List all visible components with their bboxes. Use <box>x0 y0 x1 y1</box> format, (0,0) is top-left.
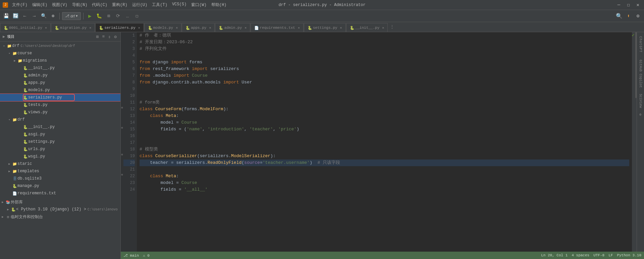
tab-close-migration[interactable]: ✕ <box>89 26 91 30</box>
branch-button[interactable]: ⎇ drf ▾ <box>62 12 81 20</box>
tree-file-drf-init[interactable]: 🐍 __init__.py <box>0 123 120 131</box>
back-icon[interactable]: ← <box>21 12 29 20</box>
settings-icon[interactable]: ⚙ <box>634 12 642 20</box>
sidebar-settings-icon[interactable]: ⚙ <box>113 34 118 40</box>
tab-close-requirements[interactable]: ✕ <box>298 26 300 30</box>
tab-apps[interactable]: 🐍 apps.py ✕ <box>182 23 215 32</box>
menu-code[interactable]: 代码(C) <box>90 1 109 8</box>
profile-button[interactable]: ⟳ <box>114 12 122 20</box>
ln-15: 15 <box>123 126 135 133</box>
tree-file-drf-asgi[interactable]: 🐍 asgi.py <box>0 131 120 138</box>
tree-file-course-models[interactable]: 🐍 models.py <box>0 86 120 94</box>
tree-folder-templates[interactable]: ▶ 📁 templates <box>0 168 120 175</box>
maximize-button[interactable]: ☐ <box>625 1 632 8</box>
menu-view[interactable]: 视图(V) <box>50 1 69 8</box>
menu-help[interactable]: 帮助(H) <box>209 1 229 8</box>
tab-close-init[interactable]: ✕ <box>382 26 384 30</box>
tree-root-drf[interactable]: ▾ 📁 drf C:\Users\lenovo\Desktop\drf <box>0 42 120 50</box>
tree-file-drf-wsgi[interactable]: 🐍 wsgi.py <box>0 153 120 160</box>
scrollbar[interactable]: ✓ <box>632 32 637 252</box>
tab-close-0001[interactable]: ✕ <box>45 26 47 30</box>
update-icon[interactable]: ⬆ <box>625 12 633 20</box>
find2-icon[interactable]: ⊕ <box>49 12 57 20</box>
menu-vcs[interactable]: VCS(S) <box>170 1 189 8</box>
more-run-button[interactable]: … <box>123 12 131 20</box>
tab-init[interactable]: 🐍 __init__.py ✕ <box>346 23 388 32</box>
tab-0001-initial[interactable]: 🐍 0001_initial.py ✕ <box>0 23 51 32</box>
tab-close-admin[interactable]: ✕ <box>245 26 247 30</box>
tab-migration[interactable]: 🐍 migration.py ✕ <box>51 23 95 32</box>
right-settings-icon[interactable]: ⚙ <box>639 111 641 118</box>
sidebar-collapse-icon[interactable]: ⇕ <box>107 34 112 40</box>
tab-close-serializers[interactable]: ✕ <box>138 26 140 30</box>
menu-navigate[interactable]: 导航(N) <box>70 1 90 8</box>
fold-btn-19[interactable]: ⊖ <box>121 153 123 159</box>
tree-folder-drf[interactable]: ▾ 📁 drf <box>0 116 120 123</box>
menu-edit[interactable]: 编辑(E) <box>30 1 50 8</box>
status-warnings[interactable]: ⚠ 0 <box>143 253 150 258</box>
fold-btn-22[interactable]: ⊖ <box>121 173 123 180</box>
menu-file[interactable]: 文件(F) <box>10 1 30 8</box>
titlebar-menus: 文件(F) 编辑(E) 视图(V) 导航(N) 代码(C) 重构(R) 运行(U… <box>10 1 228 8</box>
tab-requirements[interactable]: 📄 requirements.txt ✕ <box>251 23 304 32</box>
tree-file-course-admin[interactable]: 🐍 admin.py <box>0 72 120 79</box>
tree-file-course-serializers[interactable]: 🐍 serializers.py <box>0 94 120 101</box>
save-icon[interactable]: 💾 <box>2 12 10 20</box>
tree-file-db[interactable]: 🗄 db.sqlite3 <box>0 175 120 182</box>
debug-button[interactable]: 🐛 <box>95 12 103 20</box>
sync-icon[interactable]: 🔄 <box>11 12 19 20</box>
tab-models[interactable]: 🐍 models.py ✕ <box>144 23 181 32</box>
tree-file-course-apps[interactable]: 🐍 apps.py <box>0 79 120 86</box>
tab-settings[interactable]: 🐍 settings.py ✕ <box>304 23 346 32</box>
tree-group-external[interactable]: ▶ 📚 外部库 <box>0 198 120 206</box>
tab-close-settings[interactable]: ✕ <box>340 26 342 30</box>
stop-icon[interactable]: ◻ <box>133 12 141 20</box>
tab-close-apps[interactable]: ✕ <box>209 26 211 30</box>
status-vcs[interactable]: ⎇ main <box>123 253 139 258</box>
menu-tools[interactable]: 工具(T) <box>150 1 169 8</box>
menu-window[interactable]: 窗口(W) <box>189 1 209 8</box>
status-line-col[interactable]: Ln 20, Col 1 <box>541 253 568 257</box>
status-indent[interactable]: 4 spaces <box>572 253 589 257</box>
tree-file-requirements[interactable]: 📄 requirements.txt <box>0 190 120 197</box>
sidebar-sort-icon[interactable]: ≡ <box>101 34 106 40</box>
close-button[interactable]: ✕ <box>635 1 641 8</box>
status-line-endings[interactable]: LF <box>608 253 613 257</box>
tree-item-python[interactable]: ▶ 🐍 < Python 3.10 (Django) (12) > C:\Use… <box>0 206 120 213</box>
tree-folder-staric[interactable]: ▶ 📁 staric <box>0 160 120 168</box>
tree-file-manage[interactable]: 🐍 manage.py <box>0 182 120 190</box>
tree-label-course-admin: admin.py <box>28 73 48 78</box>
tree-file-drf-settings[interactable]: 🐍 settings.py <box>0 138 120 145</box>
tree-file-course-tests[interactable]: 🐍 tests.py <box>0 101 120 109</box>
status-encoding[interactable]: UTF-8 <box>593 253 604 257</box>
fold-btn-12[interactable]: ⊖ <box>121 106 123 113</box>
sidebar-expand-icon[interactable]: ▶ <box>3 34 5 39</box>
find-icon[interactable]: 🔍 <box>40 12 48 20</box>
tab-close-models[interactable]: ✕ <box>176 26 178 30</box>
menu-refactor[interactable]: 重构(R) <box>110 1 129 8</box>
tree-folder-course[interactable]: ▾ 📁 course <box>0 50 120 57</box>
status-python-version[interactable]: Python 3.10 <box>617 253 641 257</box>
code-editor[interactable]: # 作 者：德琪 # 开发日期：2023-06-22 # 序列化文件 from … <box>137 32 632 252</box>
coverage-button[interactable]: ⊞ <box>105 12 113 20</box>
menu-run[interactable]: 运行(U) <box>130 1 150 8</box>
run-button[interactable]: ▶ <box>86 12 94 20</box>
tab-overflow-button[interactable]: ⋮ <box>388 24 396 29</box>
tree-folder-migrations[interactable]: ▶ 📁 migrations <box>0 57 120 64</box>
tree-file-course-init[interactable]: 🐍 __init__.py <box>0 64 120 72</box>
forward-icon[interactable]: → <box>30 12 38 20</box>
chatgpt-panel-btn[interactable]: ChatGPT <box>639 34 642 55</box>
tree-file-drf-urls[interactable]: 🐍 urls.py <box>0 145 120 153</box>
tree-item-temp[interactable]: ▶ ⊞ 临时文件和控制台 <box>0 213 120 220</box>
sidebar-layout-icon[interactable]: ⊞ <box>95 34 100 40</box>
tab-icon-settings: 🐍 <box>308 26 312 30</box>
github-copilot-btn[interactable]: GitHub Copilot <box>639 57 642 90</box>
tree-label-course-models: models.py <box>28 88 50 92</box>
tab-serializers[interactable]: 🐍 serializers.py ✕ <box>95 23 144 32</box>
tree-file-course-views[interactable]: 🐍 views.py <box>0 109 120 116</box>
tab-admin[interactable]: 🐍 admin.py ✕ <box>215 23 250 32</box>
minimize-button[interactable]: — <box>615 1 622 8</box>
fold-btn-15[interactable]: ⊖ <box>121 126 123 133</box>
search-button[interactable]: 🔍 <box>615 12 623 20</box>
sciview-btn[interactable]: SciView <box>639 91 642 111</box>
